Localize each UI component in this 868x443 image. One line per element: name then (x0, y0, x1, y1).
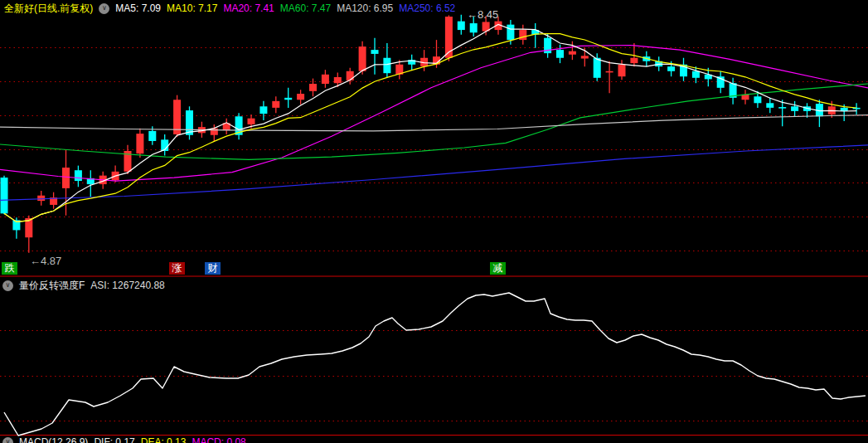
candlestick-series (1, 15, 861, 253)
ma5-line (4, 25, 856, 222)
status-tag: 跌 (2, 262, 17, 275)
macd-macd-label: MACD: 0.08 (192, 436, 245, 443)
chevron-down-icon[interactable]: ∨ (2, 280, 13, 291)
svg-text:←4.87: ←4.87 (30, 255, 61, 267)
macd-dif-label: DIF: 0.17 (94, 436, 134, 443)
chevron-down-icon[interactable]: ∨ (99, 3, 109, 14)
ma5-label: MA5: 7.09 (115, 2, 161, 14)
panel-separators (0, 276, 868, 436)
ma120-label: MA120: 6.95 (337, 2, 393, 14)
svg-text:←8.45: ←8.45 (467, 8, 498, 21)
price-annotations: ←8.45←4.87 (30, 8, 498, 267)
macd-panel-header: ∨ MACD(12,26,9) DIF: 0.17 DEA: 0.13 MACD… (2, 436, 246, 443)
main-chart-header: 全新好(日线.前复权) ∨ MA5: 7.09 MA10: 7.17 MA20:… (4, 2, 455, 14)
ma250-label: MA250: 6.52 (399, 2, 455, 14)
grid-lines (0, 48, 868, 421)
ma10-label: MA10: 7.17 (167, 2, 217, 14)
ma10-line (4, 34, 856, 222)
trading-app-window: ←8.45←4.87 全新好(日线.前复权) ∨ MA5: 7.09 MA10:… (0, 0, 868, 443)
status-tag: 涨 (169, 262, 185, 275)
ma20-label: MA20: 7.41 (223, 2, 274, 14)
ma60-label: MA60: 7.47 (280, 2, 331, 14)
macd-dea-label: DEA: 0.13 (141, 436, 187, 443)
symbol-title: 全新好(日线.前复权) (4, 2, 93, 14)
asi-panel-header: ∨ 量价反转强度F ASI: 1267240.88 (2, 280, 165, 291)
status-tag: 减 (490, 262, 506, 275)
chevron-down-icon[interactable]: ∨ (2, 437, 13, 443)
asi-line (4, 293, 866, 436)
price-and-indicator-chart[interactable]: ←8.45←4.87 (0, 0, 868, 443)
macd-params-label: MACD(12,26,9) (19, 436, 88, 443)
status-tag: 财 (205, 262, 221, 275)
ma120-line (0, 115, 868, 131)
asi-value: ASI: 1267240.88 (90, 280, 164, 291)
asi-panel-title: 量价反转强度F (19, 280, 85, 291)
ma60-line (0, 84, 868, 159)
